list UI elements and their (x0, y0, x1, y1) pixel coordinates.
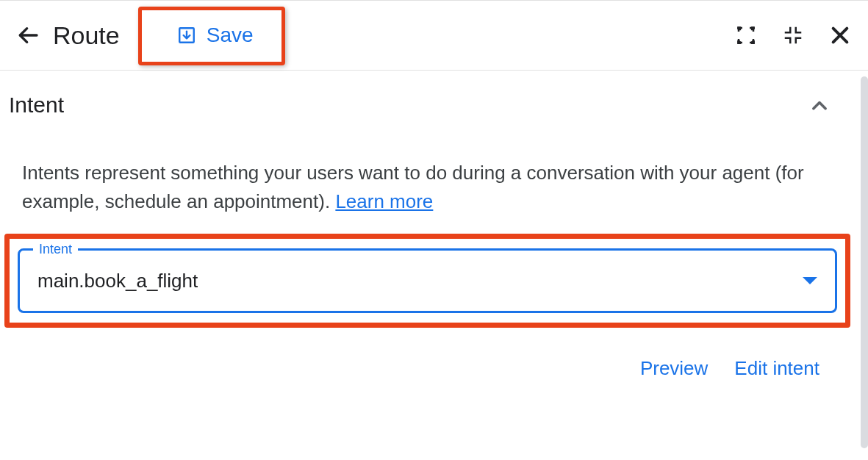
svg-rect-7 (738, 42, 742, 44)
exit-fullscreen-icon[interactable] (780, 22, 806, 48)
svg-rect-13 (795, 32, 802, 34)
svg-rect-12 (795, 27, 797, 32)
section-description: Intents represent something your users w… (9, 132, 846, 216)
page-title: Route (53, 21, 120, 50)
save-label: Save (207, 24, 254, 47)
action-links: Preview Edit intent (9, 357, 819, 380)
svg-rect-16 (795, 39, 797, 43)
content-panel: Intent Intents represent something your … (0, 71, 868, 460)
intent-select[interactable]: Intent main.book_a_flight (18, 248, 837, 313)
save-icon (177, 26, 196, 45)
section-header[interactable]: Intent (9, 93, 846, 132)
intent-field-wrapper: Intent main.book_a_flight (18, 248, 837, 313)
preview-link[interactable]: Preview (640, 357, 708, 380)
svg-rect-15 (785, 37, 792, 40)
dropdown-arrow-icon (803, 277, 817, 284)
save-button[interactable]: Save (157, 15, 274, 56)
scrollbar[interactable] (861, 76, 868, 448)
section-title: Intent (9, 93, 64, 118)
intent-field-value: main.book_a_flight (37, 270, 803, 292)
fullscreen-icon[interactable] (733, 22, 759, 48)
intent-field-label: Intent (33, 242, 78, 257)
svg-rect-11 (785, 32, 792, 34)
edit-intent-link[interactable]: Edit intent (734, 357, 819, 380)
chevron-up-icon[interactable] (809, 95, 830, 115)
header-right-icons (733, 22, 853, 48)
svg-rect-14 (789, 39, 792, 43)
svg-rect-9 (750, 42, 754, 44)
svg-rect-17 (795, 37, 802, 40)
back-arrow-icon[interactable] (15, 22, 41, 48)
learn-more-link[interactable]: Learn more (335, 190, 433, 212)
svg-rect-10 (789, 27, 792, 32)
close-icon[interactable] (827, 22, 853, 48)
svg-rect-3 (738, 27, 742, 29)
svg-rect-5 (750, 27, 754, 29)
header-bar: Route Save (0, 0, 868, 71)
